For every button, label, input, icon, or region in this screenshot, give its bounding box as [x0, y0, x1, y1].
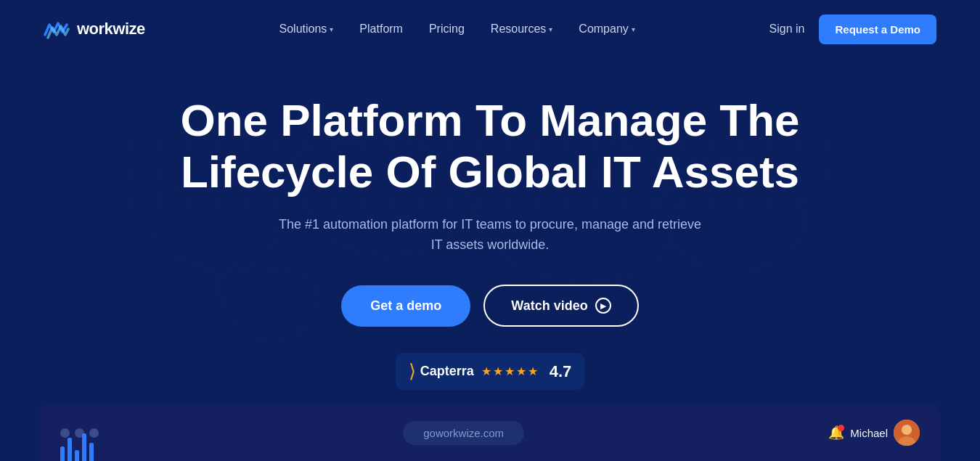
chart-bar — [75, 450, 79, 461]
chart-bar — [82, 433, 86, 461]
workwize-logo-icon — [44, 19, 70, 39]
hero-title: One Platform To Manage The Lifecycle Of … — [180, 94, 799, 198]
chevron-down-icon: ▾ — [632, 25, 635, 33]
hero-buttons: Get a demo Watch video ▶ — [341, 285, 638, 327]
hero-subtitle: The #1 automation platform for IT teams … — [272, 214, 708, 256]
chart-bar — [68, 438, 72, 461]
get-demo-button[interactable]: Get a demo — [341, 285, 470, 327]
nav-actions: Sign in Request a Demo — [769, 15, 936, 44]
logo[interactable]: workwize — [44, 19, 145, 39]
nav-item-pricing[interactable]: Pricing — [429, 23, 465, 36]
capterra-icon: ⟩ — [409, 360, 416, 383]
browser-mockup-bar: goworkwize.com 🔔 Michael — [40, 404, 940, 461]
watch-video-button[interactable]: Watch video ▶ — [483, 285, 638, 327]
play-icon: ▶ — [595, 298, 611, 314]
chevron-down-icon: ▾ — [549, 25, 552, 33]
capterra-stars: ★★★★★ — [481, 364, 539, 378]
navbar: workwize Solutions ▾ Platform Pricing — [0, 0, 980, 58]
chart-bar — [89, 443, 94, 461]
capterra-rating: 4.7 — [550, 362, 572, 381]
capterra-badge: ⟩ Capterra ★★★★★ 4.7 — [396, 353, 585, 390]
request-demo-button[interactable]: Request a Demo — [819, 15, 936, 44]
avatar — [894, 420, 920, 446]
url-bar[interactable]: goworkwize.com — [403, 421, 524, 445]
hero-section: One Platform To Manage The Lifecycle Of … — [0, 58, 980, 390]
chart-bar — [60, 446, 65, 461]
nav-item-platform[interactable]: Platform — [359, 23, 403, 36]
logo-text: workwize — [77, 20, 145, 38]
browser-username: Michael — [850, 427, 888, 439]
browser-user-area: 🔔 Michael — [828, 420, 920, 446]
nav-links: Solutions ▾ Platform Pricing Resources ▾ — [279, 23, 635, 36]
url-bar-wrapper: goworkwize.com — [110, 421, 817, 445]
nav-item-resources[interactable]: Resources ▾ — [491, 23, 552, 36]
nav-item-solutions[interactable]: Solutions ▾ — [279, 23, 334, 36]
capterra-label: Capterra — [420, 364, 474, 379]
chevron-down-icon: ▾ — [330, 25, 333, 33]
capterra-logo: ⟩ Capterra — [409, 360, 474, 383]
nav-item-company[interactable]: Company ▾ — [579, 23, 634, 36]
svg-point-75 — [902, 425, 912, 435]
sign-in-link[interactable]: Sign in — [769, 23, 805, 36]
chart-preview — [60, 428, 94, 461]
notification-area: 🔔 — [828, 425, 844, 441]
